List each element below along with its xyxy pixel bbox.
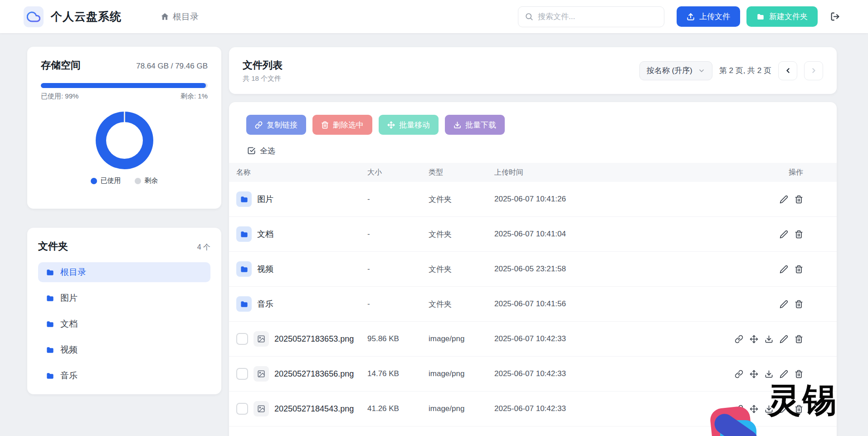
download-icon[interactable]	[765, 370, 773, 378]
row-time: 2025-06-05 23:21:58	[494, 265, 728, 274]
next-page-button[interactable]	[804, 61, 823, 80]
copy-link-label: 复制链接	[267, 120, 297, 130]
row-size: -	[367, 265, 429, 274]
select-all[interactable]: 全选	[229, 145, 837, 157]
folder-icon	[756, 13, 765, 21]
table-row: 视频-文件夹2025-06-05 23:21:58	[229, 252, 837, 287]
new-folder-button[interactable]: 新建文件夹	[746, 6, 818, 27]
folder-icon	[46, 372, 54, 380]
row-name: 20250527183653.png	[274, 334, 354, 344]
storage-usage-text: 78.64 GB / 79.46 GB	[136, 62, 208, 71]
trash-icon[interactable]	[795, 405, 803, 413]
trash-icon[interactable]	[795, 265, 803, 274]
row-type: 文件夹	[429, 264, 494, 274]
new-folder-label: 新建文件夹	[769, 11, 808, 22]
row-name[interactable]: 图片	[257, 194, 273, 205]
sidebar-folder-item[interactable]: 音乐	[38, 366, 210, 386]
link-icon[interactable]	[735, 335, 743, 343]
select-all-label: 全选	[260, 146, 275, 156]
row-checkbox[interactable]	[236, 333, 248, 345]
table-row: 20250527183653.png95.86 KBimage/png2025-…	[229, 322, 837, 357]
trash-icon[interactable]	[795, 300, 803, 309]
folder-item-label: 视频	[60, 344, 78, 356]
trash-icon[interactable]	[795, 335, 803, 343]
page-info: 第 2 页, 共 2 页	[719, 65, 771, 76]
batch-download-button[interactable]: 批量下载	[445, 115, 505, 135]
trash-icon[interactable]	[795, 230, 803, 239]
sidebar-folder-item[interactable]: 视频	[38, 340, 210, 360]
folder-tile	[236, 261, 252, 277]
file-list-header: 文件列表 共 18 个文件 按名称 (升序) 第 2 页, 共 2 页	[229, 47, 837, 94]
breadcrumb[interactable]: 根目录	[161, 11, 199, 23]
edit-icon[interactable]	[780, 195, 788, 204]
trash-icon[interactable]	[795, 370, 803, 378]
search-input[interactable]	[538, 12, 658, 21]
row-time: 2025-06-07 10:41:04	[494, 230, 728, 239]
row-checkbox[interactable]	[236, 403, 248, 415]
move-icon[interactable]	[750, 335, 758, 343]
row-time: 2025-06-07 10:41:56	[494, 299, 728, 309]
edit-icon[interactable]	[780, 405, 788, 413]
cloud-icon	[27, 10, 40, 24]
link-icon[interactable]	[735, 405, 743, 413]
row-actions	[728, 300, 837, 309]
folder-item-label: 图片	[60, 292, 78, 304]
download-icon[interactable]	[765, 335, 773, 343]
row-name[interactable]: 文档	[257, 229, 273, 240]
table-row: 图片-文件夹2025-06-07 10:41:26	[229, 182, 837, 217]
batch-download-label: 批量下载	[465, 120, 496, 130]
move-icon[interactable]	[750, 370, 758, 378]
copy-link-button[interactable]: 复制链接	[246, 115, 306, 135]
delete-selected-button[interactable]: 删除选中	[312, 115, 372, 135]
folder-icon	[46, 268, 54, 277]
prev-page-button[interactable]	[778, 61, 797, 80]
file-list-panel: 复制链接删除选中批量移动批量下载 全选 名称 大小 类型 上传时间 操作 图片-…	[229, 102, 837, 436]
row-actions	[728, 370, 837, 378]
row-size: 14.76 KB	[367, 369, 429, 378]
edit-icon[interactable]	[780, 335, 788, 343]
edit-icon[interactable]	[780, 230, 788, 239]
move-icon	[387, 121, 395, 129]
row-size: -	[367, 230, 429, 239]
row-actions	[728, 195, 837, 204]
trash-icon[interactable]	[795, 195, 803, 204]
upload-file-button[interactable]: 上传文件	[677, 6, 740, 27]
sidebar-folder-item[interactable]: 根目录	[38, 262, 210, 282]
link-icon[interactable]	[735, 370, 743, 378]
row-size: 41.26 KB	[367, 404, 429, 413]
sidebar-folder-item[interactable]: 文档	[38, 314, 210, 334]
legend-remaining-dot	[135, 178, 141, 184]
image-icon	[257, 370, 265, 378]
row-name[interactable]: 音乐	[257, 299, 273, 309]
folder-icon	[240, 230, 249, 239]
row-actions	[728, 405, 837, 413]
sort-select-value: 按名称 (升序)	[647, 65, 692, 76]
edit-icon[interactable]	[780, 370, 788, 378]
row-time: 2025-06-07 10:41:26	[494, 195, 728, 204]
edit-icon[interactable]	[780, 265, 788, 274]
edit-icon[interactable]	[780, 300, 788, 309]
download-icon[interactable]	[765, 405, 773, 413]
app-logo	[24, 6, 44, 27]
storage-legend: 已使用 剩余	[41, 176, 208, 185]
logout-button[interactable]	[830, 12, 840, 21]
row-type: 文件夹	[429, 299, 494, 309]
image-icon	[257, 335, 265, 343]
row-checkbox[interactable]	[236, 368, 248, 380]
delete-selected-label: 删除选中	[333, 120, 364, 130]
column-time: 上传时间	[494, 168, 728, 177]
table-header: 名称 大小 类型 上传时间 操作	[229, 163, 837, 182]
batch-move-button[interactable]: 批量移动	[379, 115, 439, 135]
storage-donut-chart	[96, 112, 153, 169]
sort-select[interactable]: 按名称 (升序)	[639, 61, 712, 80]
folder-icon	[240, 300, 249, 309]
sidebar-folder-item[interactable]: 图片	[38, 288, 210, 308]
folder-icon	[46, 346, 54, 354]
file-tile	[254, 366, 269, 382]
chevron-down-icon	[698, 67, 705, 74]
column-name: 名称	[229, 168, 367, 177]
upload-icon	[687, 13, 695, 21]
move-icon[interactable]	[750, 405, 758, 413]
row-type: 文件夹	[429, 194, 494, 205]
row-name[interactable]: 视频	[257, 264, 273, 274]
